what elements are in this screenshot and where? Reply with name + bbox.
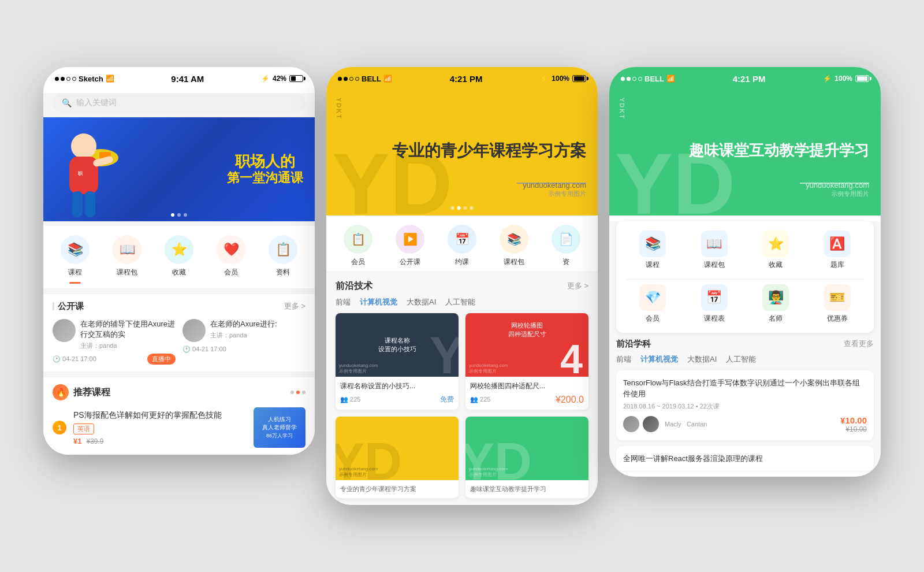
search-icon: 🔍 xyxy=(62,98,72,107)
course-teacher-2: 主讲：panda xyxy=(210,331,305,340)
view-more[interactable]: 查看更多 xyxy=(844,339,874,349)
battery-icon-3 xyxy=(855,75,869,82)
nav3-package-label: 课程包 xyxy=(704,260,725,270)
more-link-2[interactable]: 更多 > xyxy=(567,281,588,291)
nav-item-public-2[interactable]: ▶️ 公开课 xyxy=(396,225,424,267)
phones-container: Sketch 📶 9:41 AM ⚡ 42% 🔍 输入关键词 xyxy=(43,67,881,505)
battery-icon xyxy=(289,75,303,82)
nav-icon-favorite: ⭐ xyxy=(165,235,193,264)
rec-dot-active xyxy=(296,391,300,394)
battery-percent: 42% xyxy=(273,75,286,83)
recommend-course-1[interactable]: 1 PS海报配色详解如何更好的掌握配色技能 英语 ¥1 ¥39.9 人机练习真人… xyxy=(53,407,305,448)
nav3-vip[interactable]: 💎 会员 xyxy=(625,284,680,324)
phone2-nav: 📋 会员 ▶️ 公开课 📅 约课 📚 课程包 📄 资 xyxy=(326,216,598,272)
more-link[interactable]: 更多 > xyxy=(284,301,305,311)
subject-course-2[interactable]: 全网唯一讲解React服务器渲染原理的课程 xyxy=(616,446,874,471)
nav-item-vip[interactable]: ❤️ 会员 xyxy=(217,235,245,284)
phone3-nav-card: 📚 课程 📖 课程包 ⭐ 收藏 🅰️ 题库 xyxy=(616,221,874,333)
nav3-timetable[interactable]: 📅 课程表 xyxy=(687,284,742,324)
banner-title-1: 职场人的 xyxy=(227,153,303,170)
course-time: 🕐 04-21 17:00 xyxy=(53,355,96,363)
nav3-teacher[interactable]: 👨‍🏫 名师 xyxy=(748,284,803,324)
nav-item-course[interactable]: 📚 课程 xyxy=(61,235,90,284)
nav-icon-package: 📖 xyxy=(113,235,141,264)
search-bar[interactable]: 🔍 输入关键词 xyxy=(53,93,305,113)
filter-bigdata-3[interactable]: 大数据AI xyxy=(687,354,717,365)
nav3-bank-label: 题库 xyxy=(830,260,844,270)
phone-3: BELL 📶 4:21 PM ⚡ 100% YD YDKT 趣味课堂互动教学提升… xyxy=(609,67,881,477)
filter-cv-3[interactable]: 计算机视觉 xyxy=(640,354,678,365)
original-price-1: ¥10.00 xyxy=(840,425,867,433)
banner3-url: yunduoketang.com xyxy=(806,181,869,190)
battery-percent-3: 100% xyxy=(834,75,852,83)
nav-icon-material: 📋 xyxy=(269,235,297,264)
grid-card-2[interactable]: 网校轮播图四种适配尺寸 4 yunduoketang.com示例专用图片 网校轮… xyxy=(465,313,588,410)
thumb-num: 4 xyxy=(560,336,583,377)
filter-ai[interactable]: 人工智能 xyxy=(445,297,475,307)
banner-ydkt-label: YDKT xyxy=(336,98,342,120)
subject-course-1[interactable]: TensorFlow与Flask结合打造手写体数字识别通过一个小案例出串联各组件… xyxy=(616,370,874,440)
banner-title-2: 第一堂沟通课 xyxy=(227,170,303,185)
recommend-title: 🔥 推荐课程 xyxy=(53,384,305,400)
nav3-package-icon: 📖 xyxy=(701,231,728,257)
bluetooth-icon-3: ⚡ xyxy=(823,75,832,83)
nav-item-material-2[interactable]: 📄 资 xyxy=(552,225,580,267)
banner-dot xyxy=(184,213,187,217)
course-title-2: 在老师的Axure进行: xyxy=(210,319,305,329)
filter-ai-3[interactable]: 人工智能 xyxy=(726,354,756,365)
filter-cv[interactable]: 计算机视觉 xyxy=(360,297,397,307)
banner-url: yunduoketang.com xyxy=(523,181,586,190)
nav-item-favorite[interactable]: ⭐ 收藏 xyxy=(165,235,193,284)
grid-card-1[interactable]: 课程名称设置的小技巧 Y yunduoketang.com示例专用图片 课程名称… xyxy=(336,313,459,410)
signal-dot xyxy=(627,77,631,81)
teacher-names: Macly Cantan xyxy=(665,421,707,428)
course-card-2[interactable]: 在老师的Axure进行: 主讲：panda 🕐 04-21 17:00 xyxy=(182,319,305,365)
wifi-icon: 📶 xyxy=(106,75,114,83)
nav3-bank[interactable]: 🅰️ 题库 xyxy=(810,231,865,270)
banner-main-text-2: 专业的青少年课程学习方案 xyxy=(392,140,586,161)
nav3-course[interactable]: 📚 课程 xyxy=(625,231,680,270)
time-label-3: 4:21 PM xyxy=(733,74,766,84)
nav3-vip-icon: 💎 xyxy=(639,284,666,311)
signal-dot xyxy=(355,77,359,81)
svg-point-2 xyxy=(71,133,96,159)
grid-card-3[interactable]: YD yunduoketang.com示例专用图片 专业的青少年课程学习方案 xyxy=(336,417,459,498)
filter-qianduan[interactable]: 前端 xyxy=(336,297,351,307)
bluetooth-icon: ⚡ xyxy=(261,75,270,83)
nav3-package[interactable]: 📖 课程包 xyxy=(687,231,742,270)
nav3-favorite[interactable]: ⭐ 收藏 xyxy=(748,231,803,270)
nav3-coupon[interactable]: 🎫 优惠券 xyxy=(810,284,865,324)
nav-icons-1: 📚 课程 📖 课程包 ⭐ 收藏 ❤️ 会员 📋 xyxy=(43,226,315,288)
nav3-teacher-icon: 👨‍🏫 xyxy=(762,284,789,311)
course-card-1[interactable]: 在老师的辅导下使用Axure进行交互稿的实 主讲：panda 🕐 04-21 1… xyxy=(53,319,176,365)
card-thumb-1: 课程名称设置的小技巧 Y yunduoketang.com示例专用图片 xyxy=(336,313,459,377)
nav3-timetable-label: 课程表 xyxy=(704,314,725,324)
card-title-2: 网校轮播图四种适配尺... xyxy=(470,381,584,391)
course-tag: 英语 xyxy=(73,424,94,434)
nav3-bank-icon: 🅰️ xyxy=(824,231,851,257)
subject-section: 前沿学科 查看更多 前端 计算机视觉 大数据AI 人工智能 TensorFlow… xyxy=(609,339,881,471)
nav-item-schedule-2[interactable]: 📅 约课 xyxy=(448,225,476,267)
card-thumb-3: YD yunduoketang.com示例专用图片 xyxy=(336,417,459,480)
nav3-course-icon: 📚 xyxy=(639,231,666,257)
nav-icon-course: 📚 xyxy=(61,235,90,264)
course-title-1: 在老师的辅导下使用Axure进行交互稿的实 xyxy=(80,319,176,340)
rec-dot xyxy=(290,391,294,394)
course-time-2: 🕐 04-21 17:00 xyxy=(182,346,226,353)
nav-item-vip-2[interactable]: 📋 会员 xyxy=(344,225,372,267)
nav-item-package[interactable]: 📖 课程包 xyxy=(113,235,141,284)
nav-label: 课程 xyxy=(68,268,82,277)
course-price-original: ¥39.9 xyxy=(86,437,103,445)
nav-item-pkg-2[interactable]: 📚 课程包 xyxy=(500,225,528,267)
filter-qianduan-3[interactable]: 前端 xyxy=(616,354,631,365)
nav3-favorite-label: 收藏 xyxy=(769,260,783,270)
filter-bigdata[interactable]: 大数据AI xyxy=(407,297,436,307)
grid-card-4[interactable]: YD yunduoketang.com示例专用图片 趣味课堂互动教学提升学习 xyxy=(465,417,588,498)
recommend-section: 🔥 推荐课程 1 PS海报配色详解如何更好的掌握配色技能 英语 ¥1 xyxy=(43,377,315,455)
section-title: 公开课 xyxy=(53,301,84,312)
status-bar-3: BELL 📶 4:21 PM ⚡ 100% xyxy=(609,67,881,88)
banner-dot xyxy=(464,206,467,210)
nav3-coupon-icon: 🎫 xyxy=(824,284,851,311)
nav-item-material[interactable]: 📋 资料 xyxy=(269,235,297,284)
banner-dot-active xyxy=(171,213,174,217)
